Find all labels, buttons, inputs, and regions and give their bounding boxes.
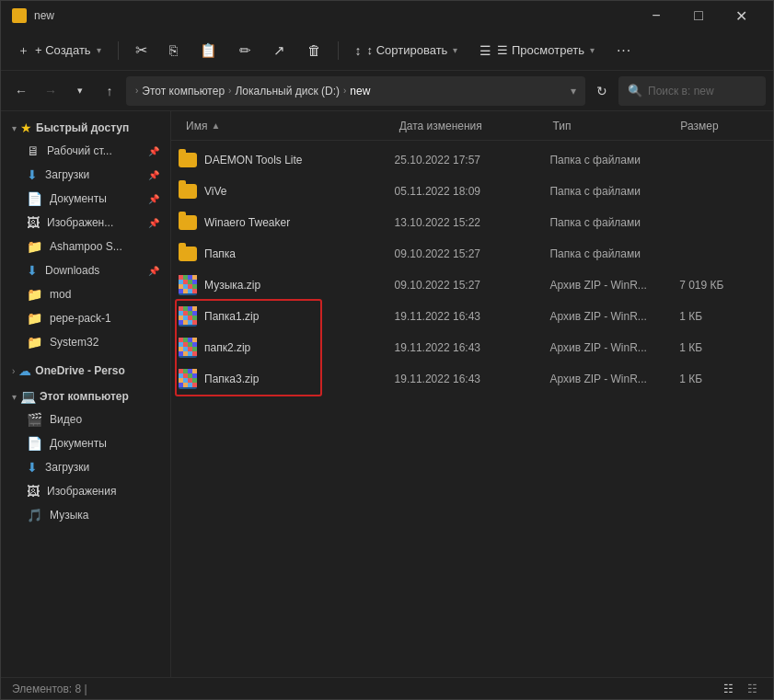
search-box[interactable]: 🔍 Поиск в: new	[618, 76, 766, 106]
sidebar-item-label: pepe-pack-1	[50, 312, 111, 325]
sidebar-item-documents2[interactable]: 📄 Документы	[5, 431, 167, 455]
sidebar-item-downloads2[interactable]: ⬇ Downloads 📌	[5, 258, 167, 282]
titlebar-controls: − □ ✕	[635, 1, 762, 30]
sort-chevron-icon: ▾	[453, 45, 457, 55]
onedrive-header[interactable]: › ☁ OneDrive - Perso	[5, 360, 167, 382]
create-icon: ＋	[17, 42, 29, 59]
share-button[interactable]: ↗	[264, 36, 295, 65]
col-date-header[interactable]: Дата изменения	[399, 120, 553, 132]
sidebar-item-label: Документы	[50, 437, 107, 450]
breadcrumb-chevron-0: ›	[135, 86, 138, 96]
breadcrumb-bar[interactable]: › Этот компьютер › Локальный диск (D:) ›…	[126, 76, 585, 106]
col-name-header[interactable]: Имя ▲	[179, 120, 399, 132]
search-icon: 🔍	[628, 84, 642, 98]
file-name-cell: Музыка.zip	[179, 275, 395, 295]
col-name-label: Имя	[186, 120, 207, 132]
this-pc-header[interactable]: ▾ 💻 Этот компьютер	[5, 385, 167, 407]
sidebar-item-images[interactable]: 🖼 Изображен... 📌	[5, 211, 167, 235]
table-row[interactable]: Музыка.zip 09.10.2022 15:27 Архив ZIP - …	[171, 270, 773, 301]
file-name: Папка	[204, 247, 236, 260]
up-button[interactable]: ↑	[97, 78, 122, 104]
toolbar: ＋ + Создать ▾ ✂ ⎘ 📋 ✏ ↗ 🗑 ↕ ↕ Сортироват…	[1, 30, 773, 71]
file-date: 09.10.2022 15:27	[395, 279, 550, 292]
onedrive-chevron: ›	[12, 366, 15, 376]
mod-icon: 📁	[27, 287, 42, 302]
file-name-cell: Папка	[179, 247, 395, 261]
file-name: Папка3.zip	[204, 373, 259, 385]
close-button[interactable]: ✕	[720, 1, 762, 30]
table-row[interactable]: Папка 09.10.2022 15:27 Папка с файлами	[171, 238, 773, 270]
breadcrumb-chevron-2: ›	[343, 86, 346, 96]
desktop-icon: 🖥	[27, 143, 40, 158]
delete-button[interactable]: 🗑	[298, 36, 330, 65]
pin-icon: 📌	[148, 218, 159, 228]
col-size-header[interactable]: Размер	[680, 120, 766, 132]
sidebar-item-music[interactable]: 🎵 Музыка	[5, 503, 167, 527]
zip-icon	[179, 306, 197, 327]
table-row[interactable]: Winaero Tweaker 13.10.2022 15:22 Папка с…	[171, 207, 773, 238]
folder-icon	[179, 215, 197, 230]
sidebar-item-mod[interactable]: 📁 mod	[5, 282, 167, 306]
table-row[interactable]: ViVe 05.11.2022 18:09 Папка с файлами	[171, 176, 773, 207]
sidebar-item-desktop[interactable]: 🖥 Рабочий ст... 📌	[5, 139, 167, 163]
sidebar-item-documents[interactable]: 📄 Документы 📌	[5, 187, 167, 211]
cut-button[interactable]: ✂	[126, 36, 156, 65]
grid-view-button[interactable]: ☷	[742, 681, 762, 697]
col-type-header[interactable]: Тип	[552, 120, 680, 132]
create-button[interactable]: ＋ + Создать ▾	[8, 36, 110, 65]
minimize-button[interactable]: −	[635, 1, 677, 30]
delete-icon: 🗑	[307, 42, 321, 58]
view-button[interactable]: ☰ ☰ Просмотреть ▾	[470, 36, 604, 65]
sidebar-item-video[interactable]: 🎬 Видео	[5, 407, 167, 431]
table-row[interactable]: Папка3.zip 19.11.2022 16:43 Архив ZIP - …	[171, 363, 773, 395]
maximize-button[interactable]: □	[677, 1, 720, 30]
sidebar-item-ashampoo[interactable]: 📁 Ashampoo S...	[5, 235, 167, 258]
pin-icon: 📌	[148, 170, 159, 180]
create-chevron-icon: ▾	[97, 45, 101, 55]
more-icon: ···	[617, 42, 631, 59]
table-row[interactable]: Папка1.zip 19.11.2022 16:43 Архив ZIP - …	[171, 301, 773, 332]
sidebar-item-system32[interactable]: 📁 System32	[5, 330, 167, 354]
folder-icon	[179, 184, 197, 199]
share-icon: ↗	[273, 42, 285, 59]
music-icon: 🎵	[27, 508, 42, 522]
sidebar-item-images2[interactable]: 🖼 Изображения	[5, 479, 167, 503]
sidebar-item-pepe[interactable]: 📁 pepe-pack-1	[5, 306, 167, 330]
breadcrumb-dropdown-icon[interactable]: ▾	[571, 85, 576, 98]
sidebar-item-label: Документы	[50, 192, 107, 205]
table-row[interactable]: папк2.zip 19.11.2022 16:43 Архив ZIP - W…	[171, 332, 773, 363]
zip-icon	[179, 338, 197, 358]
quick-access-header[interactable]: ▾ ★ Быстрый доступ	[5, 117, 167, 139]
statusbar: Элементов: 8 | ☷ ☷	[1, 677, 773, 699]
forward-button[interactable]: →	[38, 78, 64, 104]
copy-button[interactable]: ⎘	[160, 36, 187, 65]
recent-button[interactable]: ▾	[67, 78, 93, 104]
back-button[interactable]: ←	[8, 78, 34, 104]
sidebar-item-label: Ashampoo S...	[50, 240, 122, 253]
sort-button[interactable]: ↕ ↕ Сортировать ▾	[346, 36, 468, 65]
file-list: DAEMON Tools Lite 25.10.2022 17:57 Папка…	[171, 141, 773, 677]
rename-button[interactable]: ✏	[230, 36, 260, 65]
refresh-button[interactable]: ↻	[589, 78, 615, 104]
file-type: Архив ZIP - WinR...	[549, 279, 679, 292]
table-row[interactable]: DAEMON Tools Lite 25.10.2022 17:57 Папка…	[171, 144, 773, 176]
sidebar-item-downloads3[interactable]: ⬇ Загрузки	[5, 455, 167, 479]
breadcrumb-disk[interactable]: Локальный диск (D:)	[235, 85, 340, 98]
file-name: Музыка.zip	[204, 279, 260, 292]
sort-icon: ↕	[355, 43, 362, 58]
paste-button[interactable]: 📋	[191, 36, 226, 65]
sidebar-item-downloads[interactable]: ⬇ Загрузки 📌	[5, 163, 167, 187]
this-pc-chevron: ▾	[12, 392, 17, 402]
more-button[interactable]: ···	[607, 36, 641, 65]
file-name: ViVe	[204, 185, 226, 198]
file-date: 19.11.2022 16:43	[395, 310, 550, 323]
file-type: Папка с файлами	[549, 154, 679, 166]
sidebar-item-label: Музыка	[50, 509, 88, 522]
sidebar-item-label: Рабочий ст...	[47, 144, 112, 157]
content-area: ▾ ★ Быстрый доступ 🖥 Рабочий ст... 📌 ⬇ З…	[1, 111, 773, 677]
view-chevron-icon: ▾	[590, 45, 595, 55]
breadcrumb-chevron-1: ›	[228, 86, 231, 96]
file-type: Архив ZIP - WinR...	[549, 373, 679, 385]
breadcrumb-this-pc[interactable]: Этот компьютер	[142, 85, 225, 98]
list-view-button[interactable]: ☷	[718, 681, 738, 697]
